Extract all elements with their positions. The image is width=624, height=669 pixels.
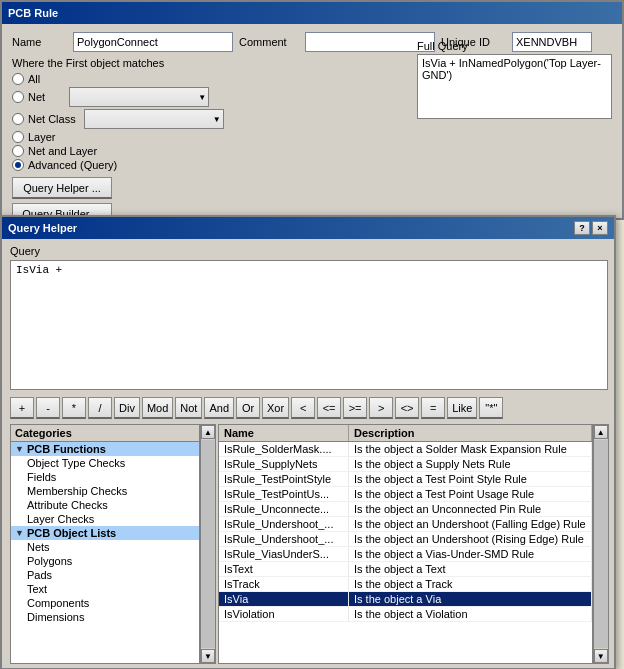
functions-list: Name Description IsRule_SolderMask.... I…	[218, 424, 593, 664]
list-row[interactable]: IsRule_TestPointStyle Is the object a Te…	[219, 472, 592, 487]
radio-layer[interactable]: Layer	[12, 131, 224, 143]
op-neq[interactable]: <>	[395, 397, 419, 419]
op-mod[interactable]: Mod	[142, 397, 173, 419]
radio-all[interactable]: All	[12, 73, 224, 85]
list-scroll-track	[594, 440, 608, 648]
netclass-select-arrow: ▼	[213, 115, 221, 124]
op-gte[interactable]: >=	[343, 397, 367, 419]
list-row[interactable]: IsViolation Is the object a Violation	[219, 607, 592, 622]
categories-header: Categories	[11, 425, 199, 442]
netclass-select[interactable]: ▼	[84, 109, 224, 129]
list-row[interactable]: IsRule_Unconnecte... Is the object an Un…	[219, 502, 592, 517]
radio-btn-layer	[12, 131, 24, 143]
radio-netandlayer[interactable]: Net and Layer	[12, 145, 224, 157]
tree-item-pcb-functions[interactable]: ▼ PCB Functions	[11, 442, 199, 456]
scroll-up-arrow[interactable]: ▲	[201, 425, 215, 439]
query-helper-button[interactable]: Query Helper ...	[12, 177, 112, 199]
tree-item-text[interactable]: Text	[11, 582, 199, 596]
dialog-titlebar: Query Helper ? ×	[2, 217, 614, 239]
help-button[interactable]: ?	[574, 221, 590, 235]
comment-input[interactable]	[305, 32, 435, 52]
net-select-arrow: ▼	[198, 93, 206, 102]
full-query-text: IsVia + InNamedPolygon('Top Layer-GND')	[417, 54, 612, 119]
radio-btn-net	[12, 91, 24, 103]
tree-item-object-type-checks[interactable]: Object Type Checks	[11, 456, 199, 470]
tree-item-polygons[interactable]: Polygons	[11, 554, 199, 568]
op-lte[interactable]: <=	[317, 397, 341, 419]
tree-scrollbar[interactable]: ▲ ▼	[200, 424, 216, 664]
bottom-panel: Categories ▼ PCB Functions Object Type C…	[10, 424, 606, 664]
tree-item-dimensions[interactable]: Dimensions	[11, 610, 199, 624]
op-divide[interactable]: /	[88, 397, 112, 419]
bg-window-title: PCB Rule	[8, 7, 58, 19]
op-wildcard[interactable]: "*"	[479, 397, 503, 419]
name-col-header: Name	[219, 425, 349, 441]
list-row-isvia[interactable]: IsVia Is the object a Via	[219, 592, 592, 607]
where-label: Where the First object matches	[12, 57, 224, 69]
op-like[interactable]: Like	[447, 397, 477, 419]
radio-advanced[interactable]: Advanced (Query)	[12, 159, 224, 171]
list-row[interactable]: IsRule_Undershoot_... Is the object an U…	[219, 532, 592, 547]
comment-label: Comment	[239, 36, 299, 48]
list-scrollbar[interactable]: ▲ ▼	[593, 424, 609, 664]
desc-col-header: Description	[349, 425, 592, 441]
dialog-title: Query Helper	[8, 222, 77, 234]
op-minus[interactable]: -	[36, 397, 60, 419]
tree-item-layer-checks[interactable]: Layer Checks	[11, 512, 199, 526]
list-row[interactable]: IsRule_SupplyNets Is the object a Supply…	[219, 457, 592, 472]
op-eq[interactable]: =	[421, 397, 445, 419]
radio-netclass[interactable]: Net Class ▼	[12, 109, 224, 129]
radio-net[interactable]: Net ▼	[12, 87, 224, 107]
tree-item-nets[interactable]: Nets	[11, 540, 199, 554]
tree-item-membership-checks[interactable]: Membership Checks	[11, 484, 199, 498]
scroll-down-arrow[interactable]: ▼	[201, 649, 215, 663]
op-and[interactable]: And	[204, 397, 234, 419]
net-select[interactable]: ▼	[69, 87, 209, 107]
list-row[interactable]: IsRule_ViasUnderS... Is the object a Via…	[219, 547, 592, 562]
operator-bar: + - * / Div Mod Not And Or Xor < <= >= >…	[10, 397, 606, 419]
close-button[interactable]: ×	[592, 221, 608, 235]
list-scroll-down[interactable]: ▼	[594, 649, 608, 663]
list-scroll-up[interactable]: ▲	[594, 425, 608, 439]
tree-item-pcb-object-lists[interactable]: ▼ PCB Object Lists	[11, 526, 199, 540]
op-div[interactable]: Div	[114, 397, 140, 419]
full-query-section: Full Query IsVia + InNamedPolygon('Top L…	[417, 40, 612, 119]
list-header: Name Description	[219, 425, 592, 442]
list-row[interactable]: IsRule_Undershoot_... Is the object an U…	[219, 517, 592, 532]
op-lt[interactable]: <	[291, 397, 315, 419]
name-input[interactable]	[73, 32, 233, 52]
query-section-label: Query	[10, 245, 606, 257]
radio-btn-netandlayer	[12, 145, 24, 157]
op-plus[interactable]: +	[10, 397, 34, 419]
query-helper-dialog: Query Helper ? × Query IsVia + + - * / D…	[0, 215, 616, 669]
tree-item-components[interactable]: Components	[11, 596, 199, 610]
op-not[interactable]: Not	[175, 397, 202, 419]
list-row[interactable]: IsRule_TestPointUs... Is the object a Te…	[219, 487, 592, 502]
bg-window-titlebar: PCB Rule	[2, 2, 622, 24]
radio-btn-netclass	[12, 113, 24, 125]
op-gt[interactable]: >	[369, 397, 393, 419]
query-textarea[interactable]: IsVia +	[10, 260, 608, 390]
categories-header-label: Categories	[15, 427, 72, 439]
categories-tree: Categories ▼ PCB Functions Object Type C…	[10, 424, 200, 664]
bg-window: PCB Rule Name Comment Unique ID Where th…	[0, 0, 624, 220]
full-query-label: Full Query	[417, 40, 612, 52]
tree-item-pads[interactable]: Pads	[11, 568, 199, 582]
tree-item-fields[interactable]: Fields	[11, 470, 199, 484]
expand-icon-pcb-functions: ▼	[15, 444, 24, 454]
op-xor[interactable]: Xor	[262, 397, 289, 419]
expand-icon-pcb-object-lists: ▼	[15, 528, 24, 538]
list-row[interactable]: IsTrack Is the object a Track	[219, 577, 592, 592]
list-row[interactable]: IsText Is the object a Text	[219, 562, 592, 577]
radio-btn-advanced	[12, 159, 24, 171]
list-row[interactable]: IsRule_SolderMask.... Is the object a So…	[219, 442, 592, 457]
radio-btn-all	[12, 73, 24, 85]
tree-item-attribute-checks[interactable]: Attribute Checks	[11, 498, 199, 512]
op-multiply[interactable]: *	[62, 397, 86, 419]
op-or[interactable]: Or	[236, 397, 260, 419]
name-label: Name	[12, 36, 67, 48]
scroll-track	[201, 440, 215, 648]
